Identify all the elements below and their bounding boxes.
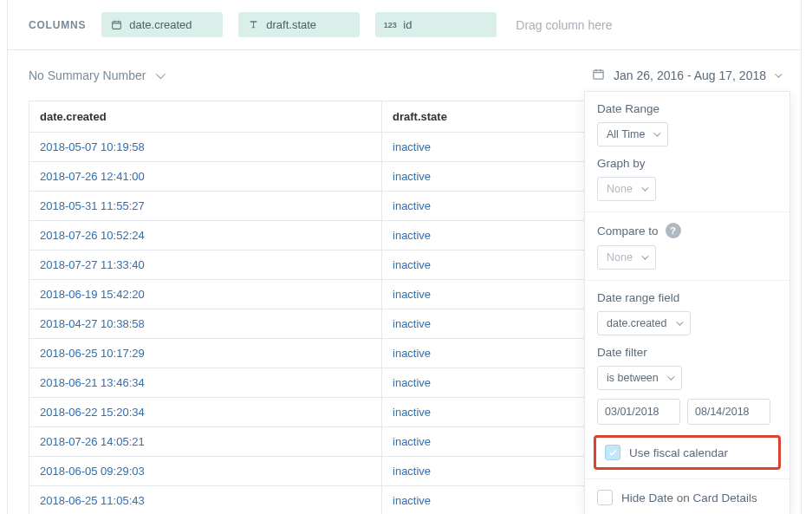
panel-section-field-filter: Date range field date.created Date filte… <box>585 281 789 479</box>
date-range-value: All Time <box>607 128 645 140</box>
date-range-field-label: Date range field <box>597 291 777 304</box>
panel-section-hide-date: Hide Date on Card Details <box>585 479 789 514</box>
chevron-down-icon <box>676 318 683 325</box>
cell-date-created[interactable]: 2018-07-26 10:52:24 <box>29 221 382 250</box>
chevron-down-icon <box>654 129 661 136</box>
compare-to-label: Compare to ? <box>597 223 777 238</box>
chevron-down-icon <box>641 184 648 191</box>
use-fiscal-label: Use fiscal calendar <box>629 446 728 459</box>
panel-section-compare: Compare to ? None <box>585 212 789 281</box>
date-range-field-select[interactable]: date.created <box>597 311 691 335</box>
chevron-down-icon <box>667 373 674 380</box>
date-range-label: Date Range <box>597 102 777 115</box>
column-chip-draft-state[interactable]: draft.state <box>238 12 360 37</box>
cell-date-created[interactable]: 2018-05-31 11:55:27 <box>29 192 382 221</box>
column-chip-label: draft.state <box>266 18 316 31</box>
calendar-icon <box>592 68 605 83</box>
cell-date-created[interactable]: 2018-06-22 15:20:34 <box>29 398 382 427</box>
graph-by-value: None <box>607 183 633 195</box>
graph-by-select[interactable]: None <box>597 177 656 201</box>
hide-date-checkbox[interactable]: Hide Date on Card Details <box>597 490 777 505</box>
cell-date-created[interactable]: 2018-07-26 12:41:00 <box>29 162 382 192</box>
date-to-input[interactable] <box>687 399 770 425</box>
cell-date-created[interactable]: 2018-06-19 15:42:20 <box>29 280 382 309</box>
table-header-date-created[interactable]: date.created <box>29 101 382 133</box>
drag-column-placeholder[interactable]: Drag column here <box>516 18 612 32</box>
number-icon: 123 <box>384 19 396 31</box>
compare-to-select[interactable]: None <box>597 245 656 270</box>
date-filter-value: is between <box>607 372 659 384</box>
calendar-icon <box>110 19 122 31</box>
date-from-input[interactable] <box>597 399 680 425</box>
date-range-display[interactable]: Jan 26, 2016 - Aug 17, 2018 <box>592 68 780 83</box>
summary-number-select[interactable]: No Summary Number <box>29 68 163 82</box>
use-fiscal-calendar-checkbox[interactable]: Use fiscal calendar <box>605 445 770 460</box>
date-range-field-value: date.created <box>607 317 667 329</box>
cell-date-created[interactable]: 2018-06-05 09:29:03 <box>29 457 382 486</box>
text-icon <box>247 19 259 31</box>
date-filter-select[interactable]: is between <box>597 366 682 390</box>
chevron-down-icon <box>641 252 648 259</box>
columns-bar: COLUMNS date.created draft.state 123 id … <box>8 0 801 50</box>
cell-date-created[interactable]: 2018-07-27 11:33:40 <box>29 250 382 280</box>
cell-date-created[interactable]: 2018-04-27 10:38:58 <box>29 309 382 339</box>
summary-number-label: No Summary Number <box>29 68 146 82</box>
date-range-panel: Date Range All Time Graph by None Compar… <box>584 91 790 514</box>
chevron-down-icon <box>156 69 166 79</box>
columns-heading: COLUMNS <box>29 19 86 31</box>
cell-date-created[interactable]: 2018-07-26 14:05:21 <box>29 427 382 457</box>
graph-by-label: Graph by <box>597 157 777 170</box>
svg-rect-0 <box>112 22 120 29</box>
date-range-text: Jan 26, 2016 - Aug 17, 2018 <box>614 68 766 82</box>
help-icon[interactable]: ? <box>666 223 681 238</box>
chevron-down-icon <box>775 70 782 77</box>
column-chip-label: date.created <box>129 18 192 31</box>
cell-date-created[interactable]: 2018-05-07 10:19:58 <box>29 133 382 162</box>
cell-date-created[interactable]: 2018-06-21 13:46:34 <box>29 368 382 398</box>
cell-date-created[interactable]: 2018-06-25 10:17:29 <box>29 339 382 368</box>
column-chip-id[interactable]: 123 id <box>375 12 497 37</box>
date-filter-label: Date filter <box>597 346 777 359</box>
hide-date-label: Hide Date on Card Details <box>621 491 757 504</box>
cell-date-created[interactable]: 2018-06-25 11:05:43 <box>29 486 382 515</box>
panel-section-range-graph: Date Range All Time Graph by None <box>585 92 789 212</box>
date-range-select[interactable]: All Time <box>597 122 668 146</box>
compare-to-value: None <box>607 251 633 264</box>
checkbox-icon <box>605 445 620 460</box>
checkbox-icon <box>597 490 613 505</box>
column-chip-label: id <box>403 18 412 31</box>
svg-rect-1 <box>594 70 603 79</box>
column-chip-date-created[interactable]: date.created <box>101 12 223 37</box>
